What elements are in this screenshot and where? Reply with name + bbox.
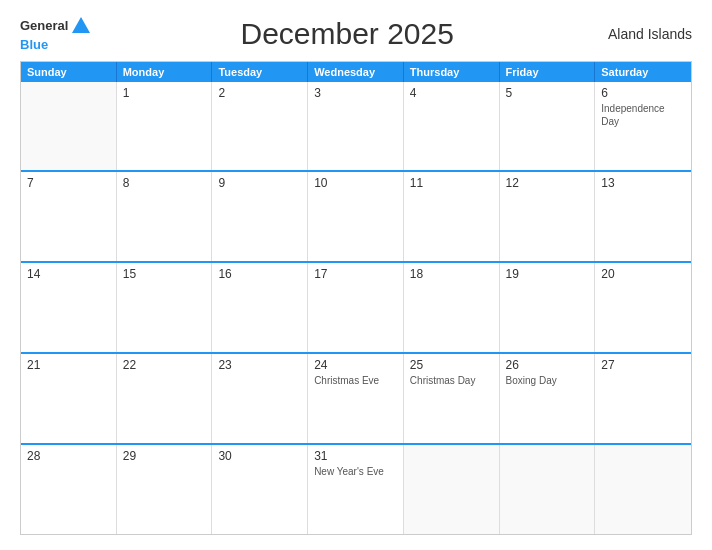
cell-date: 15 (123, 267, 206, 281)
cell-date: 13 (601, 176, 685, 190)
calendar-page: General Blue December 2025 Aland Islands… (0, 0, 712, 550)
cell-1-2: 1 (117, 82, 213, 171)
cell-5-6 (500, 445, 596, 534)
week-row-5: 28293031New Year's Eve (21, 443, 691, 534)
cell-date: 11 (410, 176, 493, 190)
cell-date: 21 (27, 358, 110, 372)
day-header-tuesday: Tuesday (212, 62, 308, 82)
weeks-container: 123456Independence Day789101112131415161… (21, 82, 691, 534)
cell-4-4: 24Christmas Eve (308, 354, 404, 443)
cell-1-6: 5 (500, 82, 596, 171)
cell-5-7 (595, 445, 691, 534)
cell-2-1: 7 (21, 172, 117, 261)
day-header-thursday: Thursday (404, 62, 500, 82)
cell-4-2: 22 (117, 354, 213, 443)
cell-3-7: 20 (595, 263, 691, 352)
cell-3-1: 14 (21, 263, 117, 352)
cell-date: 5 (506, 86, 589, 100)
cell-event: Independence Day (601, 102, 685, 128)
cell-4-5: 25Christmas Day (404, 354, 500, 443)
cell-date: 14 (27, 267, 110, 281)
cell-5-3: 30 (212, 445, 308, 534)
svg-marker-0 (72, 17, 90, 33)
week-row-1: 123456Independence Day (21, 82, 691, 171)
cell-date: 10 (314, 176, 397, 190)
cell-date: 6 (601, 86, 685, 100)
week-row-3: 14151617181920 (21, 261, 691, 352)
logo: General Blue (20, 15, 92, 53)
cell-date: 16 (218, 267, 301, 281)
cell-2-5: 11 (404, 172, 500, 261)
cell-date: 19 (506, 267, 589, 281)
cell-date: 25 (410, 358, 493, 372)
cell-date: 23 (218, 358, 301, 372)
cell-1-7: 6Independence Day (595, 82, 691, 171)
cell-date: 8 (123, 176, 206, 190)
cell-5-2: 29 (117, 445, 213, 534)
cell-event: New Year's Eve (314, 465, 397, 478)
cell-4-6: 26Boxing Day (500, 354, 596, 443)
cell-1-3: 2 (212, 82, 308, 171)
cell-date: 4 (410, 86, 493, 100)
day-header-friday: Friday (500, 62, 596, 82)
cell-2-2: 8 (117, 172, 213, 261)
cell-date: 1 (123, 86, 206, 100)
cell-3-4: 17 (308, 263, 404, 352)
cell-3-6: 19 (500, 263, 596, 352)
day-header-monday: Monday (117, 62, 213, 82)
cell-date: 22 (123, 358, 206, 372)
cell-date: 28 (27, 449, 110, 463)
cell-date: 9 (218, 176, 301, 190)
cell-date: 17 (314, 267, 397, 281)
cell-3-3: 16 (212, 263, 308, 352)
cell-2-7: 13 (595, 172, 691, 261)
cell-event: Christmas Day (410, 374, 493, 387)
calendar-grid: Sunday Monday Tuesday Wednesday Thursday… (20, 61, 692, 535)
cell-4-1: 21 (21, 354, 117, 443)
cell-date: 18 (410, 267, 493, 281)
cell-1-1 (21, 82, 117, 171)
cell-date: 3 (314, 86, 397, 100)
cell-2-3: 9 (212, 172, 308, 261)
region-label: Aland Islands (602, 26, 692, 42)
cell-date: 30 (218, 449, 301, 463)
cell-5-4: 31New Year's Eve (308, 445, 404, 534)
cell-date: 26 (506, 358, 589, 372)
cell-date: 31 (314, 449, 397, 463)
cell-event: Boxing Day (506, 374, 589, 387)
cell-4-7: 27 (595, 354, 691, 443)
cell-date: 24 (314, 358, 397, 372)
cell-2-6: 12 (500, 172, 596, 261)
calendar-header: General Blue December 2025 Aland Islands (20, 15, 692, 53)
days-header-row: Sunday Monday Tuesday Wednesday Thursday… (21, 62, 691, 82)
logo-general-text: General (20, 18, 68, 34)
cell-4-3: 23 (212, 354, 308, 443)
day-header-saturday: Saturday (595, 62, 691, 82)
cell-5-1: 28 (21, 445, 117, 534)
week-row-4: 21222324Christmas Eve25Christmas Day26Bo… (21, 352, 691, 443)
logo-icon (70, 15, 92, 37)
week-row-2: 78910111213 (21, 170, 691, 261)
day-header-sunday: Sunday (21, 62, 117, 82)
cell-date: 20 (601, 267, 685, 281)
cell-date: 29 (123, 449, 206, 463)
cell-1-4: 3 (308, 82, 404, 171)
cell-date: 27 (601, 358, 685, 372)
cell-3-2: 15 (117, 263, 213, 352)
cell-date: 7 (27, 176, 110, 190)
day-header-wednesday: Wednesday (308, 62, 404, 82)
logo-blue-text: Blue (20, 37, 48, 53)
calendar-title: December 2025 (92, 17, 602, 51)
cell-date: 2 (218, 86, 301, 100)
cell-1-5: 4 (404, 82, 500, 171)
cell-date: 12 (506, 176, 589, 190)
cell-2-4: 10 (308, 172, 404, 261)
cell-5-5 (404, 445, 500, 534)
cell-3-5: 18 (404, 263, 500, 352)
cell-event: Christmas Eve (314, 374, 397, 387)
